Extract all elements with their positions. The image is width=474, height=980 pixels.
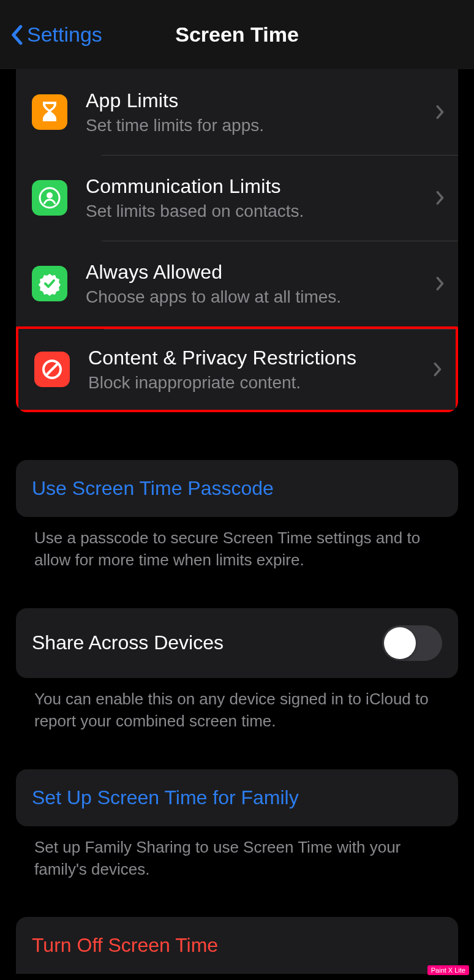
hourglass-icon (32, 94, 67, 130)
svg-line-3 (46, 363, 58, 375)
row-turn-off[interactable]: Turn Off Screen Time (16, 917, 458, 974)
checkmark-seal-icon (32, 266, 67, 301)
share-footer: You can enable this on any device signed… (16, 678, 458, 733)
row-use-passcode[interactable]: Use Screen Time Passcode (16, 460, 458, 517)
row-subtitle: Set limits based on contacts. (86, 202, 429, 221)
watermark-badge: Paint X Lite (427, 965, 469, 975)
passcode-label: Use Screen Time Passcode (32, 477, 274, 500)
row-share-across-devices: Share Across Devices (16, 608, 458, 678)
row-communication-limits[interactable]: Communication Limits Set limits based on… (16, 155, 458, 241)
row-title: Communication Limits (86, 175, 429, 198)
toggle-knob (384, 627, 416, 659)
row-title: Content & Privacy Restrictions (88, 347, 426, 369)
family-label: Set Up Screen Time for Family (32, 786, 299, 809)
row-subtitle: Choose apps to allow at all times. (86, 287, 429, 307)
chevron-right-icon (436, 276, 445, 291)
row-always-allowed[interactable]: Always Allowed Choose apps to allow at a… (16, 241, 458, 326)
row-text: Always Allowed Choose apps to allow at a… (86, 261, 429, 307)
nav-header: Settings Screen Time (0, 0, 474, 69)
share-label: Share Across Devices (32, 631, 224, 654)
svg-point-1 (47, 192, 53, 198)
row-subtitle: Set time limits for apps. (86, 116, 429, 135)
no-entry-icon (34, 352, 70, 387)
family-footer: Set up Family Sharing to use Screen Time… (16, 826, 458, 881)
row-text: App Limits Set time limits for apps. (86, 89, 429, 135)
turn-off-label: Turn Off Screen Time (32, 934, 218, 957)
row-title: App Limits (86, 89, 429, 112)
page-title: Screen Time (175, 23, 299, 47)
row-title: Always Allowed (86, 261, 429, 284)
row-subtitle: Block inappropriate content. (88, 373, 426, 393)
chevron-right-icon (436, 105, 445, 119)
row-app-limits[interactable]: App Limits Set time limits for apps. (16, 69, 458, 155)
row-text: Communication Limits Set limits based on… (86, 175, 429, 221)
back-button[interactable]: Settings (10, 23, 102, 47)
row-family[interactable]: Set Up Screen Time for Family (16, 769, 458, 826)
chevron-right-icon (434, 362, 442, 377)
chevron-left-icon (10, 24, 23, 45)
row-text: Content & Privacy Restrictions Block ina… (88, 347, 426, 393)
passcode-footer: Use a passcode to secure Screen Time set… (16, 517, 458, 571)
back-label: Settings (27, 23, 102, 47)
person-circle-icon (32, 180, 67, 216)
share-toggle[interactable] (382, 625, 442, 661)
row-content-privacy[interactable]: Content & Privacy Restrictions Block ina… (16, 326, 458, 412)
chevron-right-icon (436, 190, 445, 205)
settings-group-limits: App Limits Set time limits for apps. Com… (16, 69, 458, 412)
